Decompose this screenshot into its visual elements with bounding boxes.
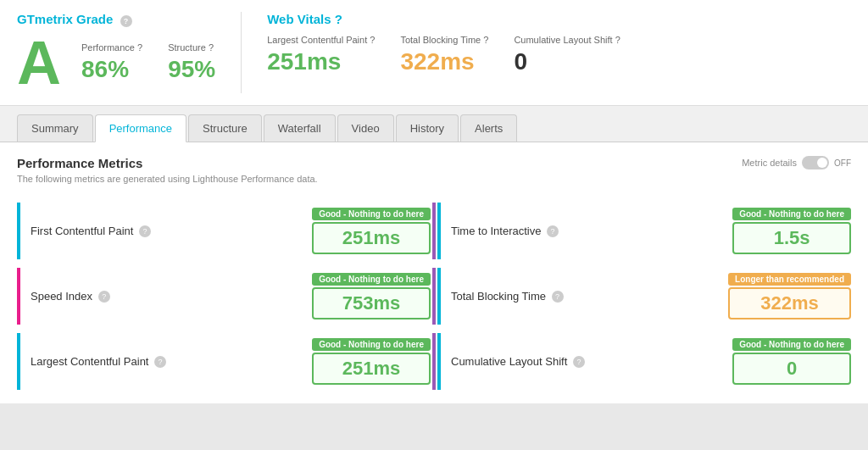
tti-value-box: 1.5s [732,222,851,254]
lcp-badge: Good - Nothing to do here [312,338,431,351]
grade-letter: A [17,32,61,93]
fcp-badge: Good - Nothing to do here [312,208,431,220]
gtmetrix-info: GTmetrix Grade ? A Performance ? 86% [17,12,215,93]
divider-2 [431,268,437,325]
metric-si-result: Good - Nothing to do here 753ms [312,273,431,319]
lcp-metric-help-icon[interactable]: ? [154,356,166,368]
lcp-help-icon[interactable]: ? [370,35,375,45]
tbt-value: 322ms [740,292,839,314]
metrics-grid: First Contentful Paint ? Good - Nothing … [17,203,851,390]
metric-si-name: Speed Index ? [31,290,312,303]
section-subtitle: The following metrics are generated usin… [17,174,851,184]
tab-waterfall[interactable]: Waterfall [264,114,336,142]
tti-badge: Good - Nothing to do here [732,208,851,220]
metric-tti: Time to Interactive ? Good - Nothing to … [437,203,851,259]
metric-cls-name: Cumulative Layout Shift ? [451,355,732,369]
cls-metric-help-icon[interactable]: ? [573,356,585,368]
header-row: Metric details OFF Performance Metrics T… [17,156,851,196]
vital-cls-value: 0 [514,48,620,75]
metric-tti-result: Good - Nothing to do here 1.5s [732,208,851,254]
web-vitals-title: Web Vitals ? [267,12,851,26]
metric-lcp-name: Largest Contentful Paint ? [31,355,312,369]
fcp-value-box: 251ms [312,222,431,254]
tbt-badge: Longer than recommended [728,273,851,286]
lcp-value-box: 251ms [312,353,431,385]
si-value: 753ms [324,292,419,314]
vital-cls: Cumulative Layout Shift ? 0 [514,35,620,75]
section-title: Performance Metrics [17,156,851,170]
toggle-switch[interactable] [802,156,829,169]
fcp-value: 251ms [324,227,419,249]
performance-value: 86% [81,56,142,83]
cls-help-icon[interactable]: ? [615,35,620,45]
metric-tbt: Total Blocking Time ? Longer than recomm… [437,268,851,325]
vitals-metrics: Largest Contentful Paint ? 251ms Total B… [267,35,851,75]
gtmetrix-title: GTmetrix Grade ? [17,12,215,27]
structure-label: Structure ? [168,42,215,53]
fcp-help-icon[interactable]: ? [139,225,151,237]
vital-lcp-value: 251ms [267,48,375,75]
si-badge: Good - Nothing to do here [312,273,431,286]
tti-value: 1.5s [744,227,839,249]
divider-1 [431,203,437,259]
divider-3 [431,333,437,390]
tab-video[interactable]: Video [337,114,394,142]
gtmetrix-help-icon[interactable]: ? [120,15,132,27]
vital-tbt-value: 322ms [400,48,488,75]
metric-lcp: Largest Contentful Paint ? Good - Nothin… [17,333,431,390]
metric-cls: Cumulative Layout Shift ? Good - Nothing… [437,333,851,390]
vital-lcp-label: Largest Contentful Paint ? [267,35,375,45]
lcp-value: 251ms [324,358,419,380]
metric-fcp: First Contentful Paint ? Good - Nothing … [17,203,431,259]
structure-help-icon[interactable]: ? [209,42,214,53]
vital-tbt-label: Total Blocking Time ? [400,35,488,45]
performance-help-icon[interactable]: ? [137,42,142,53]
gtmetrix-section: GTmetrix Grade ? A Performance ? 86% [17,12,242,93]
tabs-bar: Summary Performance Structure Waterfall … [0,106,868,142]
metric-lcp-result: Good - Nothing to do here 251ms [312,338,431,385]
performance-label: Performance ? [81,42,142,53]
vital-cls-label: Cumulative Layout Shift ? [514,35,620,45]
main-content: Metric details OFF Performance Metrics T… [0,142,868,403]
vital-tbt: Total Blocking Time ? 322ms [400,35,488,75]
metric-details-toggle[interactable]: Metric details OFF [742,156,851,169]
web-vitals-section: Web Vitals ? Largest Contentful Paint ? … [242,12,851,93]
tti-help-icon[interactable]: ? [547,225,559,237]
metric-tbt-result: Longer than recommended 322ms [728,273,851,319]
tab-history[interactable]: History [396,114,459,142]
tab-summary[interactable]: Summary [17,114,93,142]
top-bar: GTmetrix Grade ? A Performance ? 86% [0,0,868,106]
metric-cls-result: Good - Nothing to do here 0 [732,338,851,385]
webvitals-help-icon[interactable]: ? [335,12,342,26]
si-help-icon[interactable]: ? [98,291,110,303]
cls-value-box: 0 [732,353,851,385]
tab-structure[interactable]: Structure [188,114,262,142]
perf-struct: Performance ? 86% Structure ? 95% [81,42,215,83]
metric-fcp-name: First Contentful Paint ? [31,225,312,238]
metric-tbt-name: Total Blocking Time ? [451,290,728,303]
metric-si: Speed Index ? Good - Nothing to do here … [17,268,431,325]
cls-badge: Good - Nothing to do here [732,338,851,351]
si-value-box: 753ms [312,287,431,319]
tab-performance[interactable]: Performance [95,114,186,142]
performance-metric: Performance ? 86% [81,42,142,83]
metric-tti-name: Time to Interactive ? [451,225,732,238]
tbt-help-icon[interactable]: ? [483,35,488,45]
metric-fcp-result: Good - Nothing to do here 251ms [312,208,431,254]
cls-value: 0 [744,358,839,380]
structure-value: 95% [168,56,215,83]
tbt-metric-help-icon[interactable]: ? [552,291,564,303]
vital-lcp: Largest Contentful Paint ? 251ms [267,35,375,75]
tab-alerts[interactable]: Alerts [460,114,517,142]
structure-metric: Structure ? 95% [168,42,215,83]
tbt-value-box: 322ms [728,287,851,319]
